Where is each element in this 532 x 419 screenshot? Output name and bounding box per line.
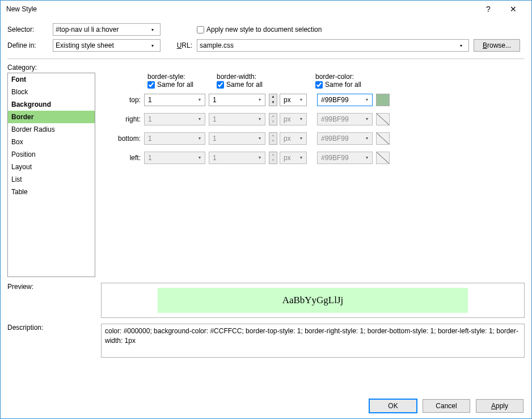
url-label: U (177, 41, 182, 49)
category-item[interactable]: Border (8, 111, 95, 123)
chevron-down-icon: ▾ (296, 116, 306, 121)
description-label: Description: (7, 324, 95, 358)
chevron-down-icon: ▾ (147, 27, 158, 32)
url-dropdown[interactable]: sample.css ▾ (197, 39, 469, 52)
chevron-down-icon: ▾ (255, 116, 265, 121)
chevron-down-icon: ▾ (296, 155, 306, 160)
border-color-dropdown: #99BF99▾ (317, 152, 373, 164)
chevron-down-icon: ▾ (255, 155, 265, 160)
button-bar: OK Cancel Apply (1, 393, 531, 418)
category-item[interactable]: List (8, 173, 95, 186)
border-color-dropdown[interactable]: #99BF99▾ (317, 94, 373, 106)
define-in-dropdown[interactable]: Existing style sheet ▾ (53, 39, 161, 52)
border-color-dropdown: #99BF99▾ (317, 132, 373, 145)
apply-button[interactable]: Apply (476, 399, 523, 413)
new-style-dialog: New Style ? ✕ Selector: #top-nav ul li a… (0, 0, 532, 419)
category-item[interactable]: Table (8, 186, 95, 198)
selector-dropdown[interactable]: #top-nav ul li a:hover ▾ (53, 23, 161, 36)
border-side-label: bottom: (108, 135, 144, 143)
chevron-down-icon: ▾ (195, 136, 205, 141)
border-width-spinner: ▲▼ (269, 113, 277, 125)
apply-to-selection-input[interactable] (197, 26, 204, 33)
dialog-title: New Style (6, 5, 476, 13)
category-item[interactable]: Border Radius (8, 123, 95, 136)
browse-button[interactable]: Browse... (474, 39, 520, 52)
border-color-header: border-color: Same for all (315, 73, 395, 90)
divider (7, 58, 525, 59)
border-style-dropdown: 1▾ (144, 152, 205, 164)
chevron-down-icon: ▾ (195, 97, 205, 102)
category-item[interactable]: Position (8, 148, 95, 161)
chevron-down-icon: ▾ (195, 116, 205, 121)
border-width-dropdown: 1▾ (209, 113, 265, 125)
same-width-checkbox[interactable]: Same for all (217, 81, 263, 89)
cancel-button[interactable]: Cancel (423, 399, 470, 413)
category-item[interactable]: Box (8, 136, 95, 148)
category-list[interactable]: FontBlockBackgroundBorderBorder RadiusBo… (7, 73, 95, 277)
chevron-down-icon: ▾ (296, 136, 306, 141)
apply-to-selection-checkbox[interactable]: Apply new style to document selection (197, 26, 469, 33)
border-row: left:1▾1▾▲▼px▾#99BF99▾ (108, 148, 525, 167)
ok-button[interactable]: OK (369, 399, 417, 413)
border-color-swatch[interactable] (376, 94, 390, 106)
help-icon[interactable]: ? (476, 3, 501, 15)
same-color-checkbox[interactable]: Same for all (315, 81, 361, 89)
close-icon[interactable]: ✕ (501, 3, 526, 15)
border-width-dropdown: 1▾ (209, 132, 265, 145)
chevron-down-icon: ▾ (456, 43, 466, 48)
category-item[interactable]: Block (8, 86, 95, 98)
border-unit-dropdown: px▾ (280, 113, 307, 125)
chevron-down-icon: ▾ (195, 155, 205, 160)
border-width-dropdown[interactable]: 1▾ (209, 94, 265, 106)
category-item[interactable]: Background (8, 98, 95, 111)
border-color-dropdown: #99BF99▾ (317, 113, 373, 125)
border-style-dropdown: 1▾ (144, 113, 205, 125)
border-width-spinner: ▲▼ (269, 132, 277, 145)
chevron-down-icon: ▾ (362, 116, 372, 121)
border-style-dropdown: 1▾ (144, 132, 205, 145)
border-row: right:1▾1▾▲▼px▾#99BF99▾ (108, 110, 525, 129)
preview-box: AaBbYyGgLlJj (101, 283, 525, 318)
border-row: top:1▾1▾▲▼px▾#99BF99▾ (108, 90, 525, 110)
category-label: Category: (7, 64, 525, 72)
border-unit-dropdown: px▾ (280, 152, 307, 164)
preview-label: Preview: (7, 283, 95, 318)
chevron-down-icon: ▾ (255, 136, 265, 141)
same-style-checkbox[interactable]: Same for all (147, 81, 193, 89)
border-width-header: border-width: Same for all (217, 73, 315, 90)
border-width-spinner: ▲▼ (269, 152, 277, 164)
border-style-dropdown[interactable]: 1▾ (144, 94, 205, 106)
border-side-label: left: (108, 154, 144, 162)
chevron-down-icon: ▾ (255, 97, 265, 102)
chevron-down-icon: ▾ (362, 155, 372, 160)
chevron-down-icon: ▾ (362, 136, 372, 141)
selector-label: Selector: (7, 26, 48, 33)
border-unit-dropdown: px▾ (280, 132, 307, 145)
category-item[interactable]: Layout (8, 161, 95, 173)
border-row: bottom:1▾1▾▲▼px▾#99BF99▾ (108, 129, 525, 148)
border-color-swatch (376, 132, 390, 145)
chevron-down-icon: ▾ (147, 43, 158, 48)
border-color-swatch (376, 113, 390, 125)
border-color-swatch (376, 152, 390, 164)
category-item[interactable]: Font (8, 73, 95, 86)
description-box: color: #000000; background-color: #CCFFC… (101, 324, 525, 358)
chevron-down-icon: ▾ (362, 97, 372, 102)
define-in-label: Define in: (7, 41, 48, 49)
border-width-dropdown: 1▾ (209, 152, 265, 164)
border-width-spinner[interactable]: ▲▼ (269, 94, 277, 106)
border-panel: border-style: Same for all border-width:… (108, 73, 525, 277)
border-side-label: top: (108, 96, 144, 104)
titlebar: New Style ? ✕ (1, 1, 531, 18)
preview-sample: AaBbYyGgLlJj (158, 288, 468, 313)
border-unit-dropdown[interactable]: px▾ (280, 94, 307, 106)
border-side-label: right: (108, 115, 144, 123)
border-style-header: border-style: Same for all (147, 73, 217, 90)
chevron-down-icon: ▾ (296, 97, 306, 102)
